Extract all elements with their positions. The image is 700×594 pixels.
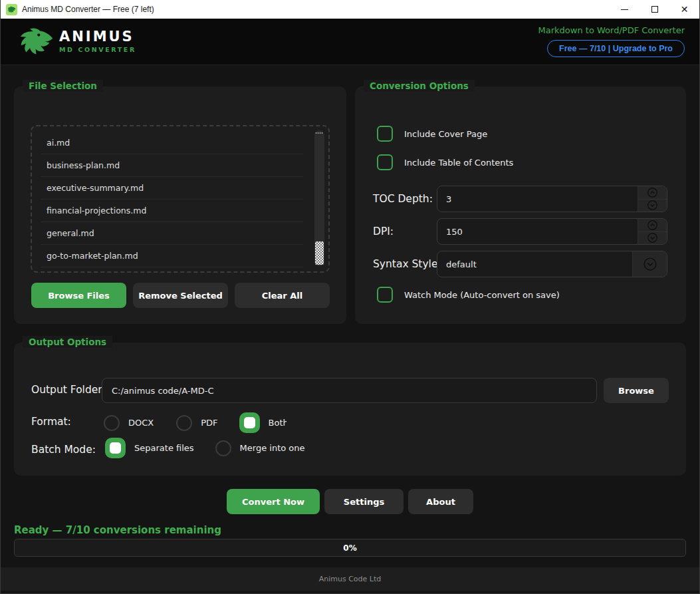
dpi-down-button[interactable]	[638, 231, 667, 245]
remove-selected-button[interactable]: Remove Selected	[133, 283, 228, 308]
file-list-scrollbar[interactable]	[314, 130, 324, 266]
maximize-button[interactable]	[640, 0, 669, 19]
file-list: ai.md business-plan.md executive-summary…	[31, 125, 330, 273]
spin-up-icon	[647, 220, 658, 231]
include-toc-checkbox[interactable]	[377, 154, 393, 170]
progress-percent-label: 0%	[343, 543, 356, 553]
app-tagline: Markdown to Word/PDF Converter	[538, 25, 685, 35]
batch-separate-radio[interactable]	[105, 438, 126, 458]
output-options-title: Output Options	[23, 336, 112, 348]
maximize-icon	[651, 6, 658, 13]
batch-mode-label: Batch Mode:	[31, 444, 96, 456]
batch-separate-label: Separate files	[134, 443, 194, 453]
file-list-item[interactable]: ai.md	[41, 132, 303, 154]
watch-mode-checkbox[interactable]	[377, 287, 393, 303]
minimize-icon	[621, 9, 628, 10]
clear-all-button[interactable]: Clear All	[235, 283, 330, 308]
format-both-radio[interactable]	[239, 412, 260, 433]
close-button[interactable]: ✕	[669, 0, 699, 19]
footer-bar: Animus Code Ltd	[1, 567, 699, 591]
toc-depth-up-button[interactable]	[638, 186, 667, 199]
output-options-panel: Output Options Output Folder: Browse For…	[14, 343, 686, 476]
window-title: Animus MD Converter — Free (7 left)	[22, 5, 154, 14]
app-header: ANIMUS MD CONVERTER Markdown to Word/PDF…	[1, 19, 699, 65]
format-pdf-radio[interactable]	[176, 415, 192, 431]
spin-down-icon	[647, 232, 658, 243]
scrollbar-thumb[interactable]	[315, 241, 324, 265]
browse-files-button[interactable]: Browse Files	[31, 283, 126, 308]
window-titlebar: Animus MD Converter — Free (7 left) ✕	[1, 0, 699, 19]
syntax-style-dropdown[interactable]: default	[437, 251, 667, 277]
toc-depth-input[interactable]	[437, 186, 638, 212]
file-list-item[interactable]: business-plan.md	[41, 154, 303, 177]
watch-mode-label: Watch Mode (Auto-convert on save)	[404, 290, 560, 300]
format-pdf-label: PDF	[201, 418, 217, 428]
output-browse-button[interactable]: Browse	[604, 378, 669, 403]
conversion-options-title: Conversion Options	[364, 80, 475, 92]
include-cover-page-checkbox[interactable]	[377, 126, 393, 142]
upgrade-to-pro-button[interactable]: Free — 7/10 | Upgrade to Pro	[547, 40, 685, 57]
file-list-item[interactable]: executive-summary.md	[41, 177, 303, 200]
settings-button[interactable]: Settings	[324, 489, 404, 514]
syntax-style-label: Syntax Style:	[373, 258, 441, 270]
output-folder-label: Output Folder:	[31, 384, 106, 396]
toc-depth-spinbox	[437, 186, 667, 212]
eagle-icon	[7, 6, 16, 13]
footer-company: Animus Code Ltd	[319, 575, 382, 583]
progress-bar: 0%	[14, 539, 686, 557]
include-toc-label: Include Table of Contents	[404, 158, 513, 168]
toc-depth-down-button[interactable]	[638, 199, 667, 212]
batch-merge-label: Merge into one	[240, 443, 305, 453]
brand-subtitle: MD CONVERTER	[59, 46, 136, 53]
scrollbar-dots-icon	[316, 132, 323, 134]
dpi-input[interactable]	[437, 219, 638, 244]
dpi-up-button[interactable]	[638, 219, 667, 231]
brand-logo: ANIMUS MD CONVERTER	[19, 27, 136, 56]
brand-name: ANIMUS	[59, 30, 136, 44]
chevron-down-icon	[643, 257, 657, 271]
about-button[interactable]: About	[408, 489, 473, 514]
format-both-label: Both	[269, 418, 287, 428]
include-cover-page-label: Include Cover Page	[404, 129, 487, 139]
syntax-style-value: default	[437, 251, 632, 277]
close-icon: ✕	[681, 5, 689, 14]
minimize-button[interactable]	[610, 0, 640, 19]
format-label: Format:	[31, 416, 71, 428]
app-icon	[6, 4, 17, 15]
eagle-logo-icon	[19, 27, 54, 56]
status-message: Ready — 7/10 conversions remaining	[14, 524, 221, 536]
convert-now-button[interactable]: Convert Now	[227, 489, 320, 514]
toc-depth-label: TOC Depth:	[373, 193, 433, 205]
spin-up-icon	[647, 187, 658, 198]
batch-merge-radio[interactable]	[215, 440, 231, 456]
file-list-item[interactable]: general.md	[41, 222, 303, 245]
file-selection-title: File Selection	[23, 80, 103, 92]
file-list-item[interactable]: financial-projections.md	[41, 200, 303, 222]
dpi-spinbox	[437, 218, 667, 245]
syntax-style-dropdown-button[interactable]	[632, 251, 667, 277]
file-selection-panel: File Selection ai.md business-plan.md ex…	[14, 86, 346, 324]
file-list-item[interactable]: go-to-market-plan.md	[41, 245, 303, 267]
spin-down-icon	[647, 200, 658, 211]
format-docx-label: DOCX	[128, 418, 154, 428]
output-folder-input[interactable]	[102, 378, 597, 403]
conversion-options-panel: Conversion Options Include Cover Page In…	[355, 86, 686, 324]
dpi-label: DPI:	[373, 225, 394, 237]
format-docx-radio[interactable]	[104, 415, 120, 431]
